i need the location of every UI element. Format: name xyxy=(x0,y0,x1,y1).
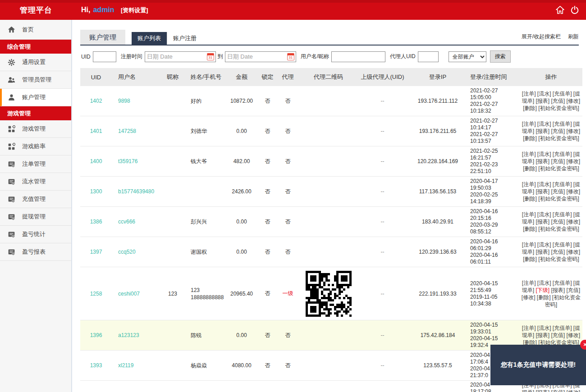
username-link[interactable]: b15774639480 xyxy=(118,188,154,195)
op-link-修改[interactable]: [修改] xyxy=(567,158,581,164)
op-link-删除[interactable]: [删除] xyxy=(523,226,537,232)
op-link-充值[interactable]: [充值] xyxy=(551,219,565,225)
op-link-报表[interactable]: [报表] xyxy=(536,249,549,255)
op-link-删除[interactable]: [删除] xyxy=(523,105,537,111)
op-link-注单[interactable]: [注单] xyxy=(522,242,536,248)
op-link-初始化资金密码[interactable]: [初始化资金密码] xyxy=(538,135,579,141)
op-link-充值单[interactable]: [充值单] xyxy=(553,181,572,187)
profile-settings-link[interactable]: [资料设置] xyxy=(121,7,148,14)
uid-input[interactable] xyxy=(93,51,116,62)
date-from-input[interactable] xyxy=(145,51,216,62)
search-button[interactable]: 搜索 xyxy=(490,50,511,63)
account-type-select[interactable]: 全部账户 xyxy=(449,51,486,62)
username-nickname-input[interactable] xyxy=(331,51,385,62)
op-link-修改[interactable]: [修改] xyxy=(567,188,581,195)
op-link-删除[interactable]: [删除] xyxy=(523,135,537,141)
op-link-删除[interactable]: [删除] xyxy=(523,196,537,202)
op-link-充值[interactable]: [充值] xyxy=(551,332,565,338)
op-link-报表[interactable]: [报表] xyxy=(536,389,549,392)
op-link-流水[interactable]: [流水] xyxy=(537,151,551,157)
username-link[interactable]: t359176 xyxy=(118,158,137,164)
op-link-注单[interactable]: [注单] xyxy=(522,211,536,218)
op-link-注单[interactable]: [注单] xyxy=(522,121,536,127)
sidebar-item-首页[interactable]: 首页 xyxy=(0,20,71,40)
op-link-修改[interactable]: [修改] xyxy=(567,389,581,392)
op-link-报表[interactable]: [报表] xyxy=(536,332,549,338)
sidebar-item-通用设置[interactable]: 通用设置 xyxy=(0,54,71,71)
op-link-报表[interactable]: [报表] xyxy=(536,158,549,164)
op-link-充值[interactable]: [充值] xyxy=(551,389,565,392)
op-link-注单[interactable]: [注单] xyxy=(522,151,536,157)
agent-uid-input[interactable] xyxy=(418,51,439,62)
close-icon[interactable]: × xyxy=(580,340,586,350)
op-link-修改[interactable]: [修改] xyxy=(567,98,581,104)
op-link-流水[interactable]: [流水] xyxy=(537,211,551,218)
op-link-初始化资金密码[interactable]: [初始化资金密码] xyxy=(538,165,579,172)
uid-link[interactable]: 1393 xyxy=(90,362,102,369)
sidebar-item-游戏管理[interactable]: 游戏管理 xyxy=(0,120,71,138)
op-link-充值[interactable]: [充值] xyxy=(551,188,565,195)
op-link-注单[interactable]: [注单] xyxy=(522,181,536,187)
uid-link[interactable]: 1258 xyxy=(90,291,102,297)
op-link-删除[interactable]: [删除] xyxy=(523,165,537,172)
op-link-充值单[interactable]: [充值单] xyxy=(553,121,572,127)
op-link-初始化资金密码[interactable]: [初始化资金密码] xyxy=(538,226,579,232)
username-link[interactable]: a123123 xyxy=(118,332,139,338)
op-link-充值[interactable]: [充值] xyxy=(551,98,565,104)
tab-账户列表[interactable]: 账户列表 xyxy=(132,32,167,45)
uid-link[interactable]: 1397 xyxy=(90,249,102,255)
home-icon[interactable] xyxy=(556,6,564,14)
power-icon[interactable] xyxy=(571,6,579,14)
uid-link[interactable]: 1402 xyxy=(90,98,102,104)
op-link-修改[interactable]: [修改] xyxy=(567,128,581,134)
sidebar-item-管理员管理[interactable]: 管理员管理 xyxy=(0,71,71,89)
agent-qr-code[interactable] xyxy=(298,269,359,319)
toggle-searchbar-link[interactable]: 展开/收起搜索栏 xyxy=(522,33,561,41)
op-link-修改[interactable]: [修改] xyxy=(567,332,581,338)
op-link-删除[interactable]: [删除] xyxy=(537,294,551,301)
op-link-初始化资金密码[interactable]: [初始化资金密码] xyxy=(538,256,579,262)
op-link-充值[interactable]: [充值] xyxy=(551,249,565,255)
op-link-流水[interactable]: [流水] xyxy=(537,325,551,331)
op-link-修改[interactable]: [修改] xyxy=(567,219,581,225)
op-link-注单[interactable]: [注单] xyxy=(522,280,536,286)
uid-link[interactable]: 1386 xyxy=(90,219,102,225)
date-to-input[interactable] xyxy=(225,51,296,62)
username-link[interactable]: ccv666 xyxy=(118,219,135,225)
op-link-初始化资金密码[interactable]: [初始化资金密码] xyxy=(538,105,579,111)
uid-link[interactable]: 1401 xyxy=(90,128,102,134)
op-link-流水[interactable]: [流水] xyxy=(537,121,551,127)
username-link[interactable]: xl2119 xyxy=(118,362,133,369)
username-link[interactable]: ceshi007 xyxy=(118,291,140,297)
uid-link[interactable]: 1396 xyxy=(90,332,102,338)
op-link-报表[interactable]: [报表] xyxy=(536,128,549,134)
op-link-充值[interactable]: [充值] xyxy=(567,287,581,293)
sidebar-item-注单管理[interactable]: 注单管理 xyxy=(0,155,71,173)
op-link-充值[interactable]: [充值] xyxy=(551,158,565,164)
refresh-link[interactable]: 刷新 xyxy=(568,33,579,41)
op-link-充值单[interactable]: [充值单] xyxy=(553,242,572,248)
op-link-修改[interactable]: [修改] xyxy=(522,294,536,301)
sidebar-item-充值管理[interactable]: 充值管理 xyxy=(0,191,71,208)
op-link-注单[interactable]: [注单] xyxy=(522,325,536,331)
tab-账户注册[interactable]: 账户注册 xyxy=(167,32,202,45)
uid-link[interactable]: 1300 xyxy=(90,188,102,195)
sidebar-item-流水管理[interactable]: 流水管理 xyxy=(0,173,71,191)
op-link-流水[interactable]: [流水] xyxy=(537,280,551,286)
username-link[interactable]: ccq520 xyxy=(118,249,136,255)
op-link-充值单[interactable]: [充值单] xyxy=(553,325,572,331)
calendar-icon[interactable]: 31 xyxy=(207,53,214,60)
op-link-下级[interactable]: [下级] xyxy=(536,287,549,293)
op-link-删除[interactable]: [删除] xyxy=(523,256,537,262)
op-link-报表[interactable]: [报表] xyxy=(536,188,549,195)
op-link-充值单[interactable]: [充值单] xyxy=(553,91,572,97)
sidebar-item-提现管理[interactable]: 提现管理 xyxy=(0,208,71,226)
op-link-充值[interactable]: [充值] xyxy=(551,128,565,134)
op-link-充值单[interactable]: [充值单] xyxy=(553,211,572,218)
current-username[interactable]: admin xyxy=(93,6,114,14)
op-link-流水[interactable]: [流水] xyxy=(537,242,551,248)
op-link-注单[interactable]: [注单] xyxy=(522,91,536,97)
op-link-报表[interactable]: [报表] xyxy=(536,219,549,225)
op-link-充值单[interactable]: [充值单] xyxy=(553,151,572,157)
username-link[interactable]: 147258 xyxy=(118,128,136,134)
